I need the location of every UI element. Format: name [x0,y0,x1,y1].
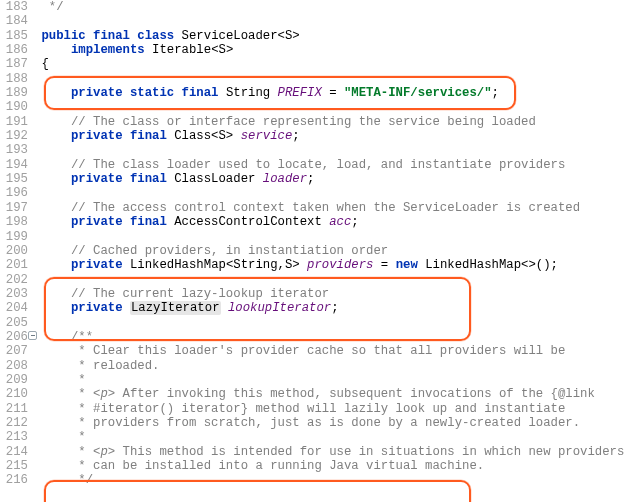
code-content[interactable]: * can be installed into a running Java v… [34,459,484,473]
token: /** [71,330,93,344]
token: PREFIX [278,86,322,100]
line-number: 198 [0,215,34,229]
code-content[interactable]: // The class loader used to locate, load… [34,158,565,172]
code-content[interactable]: * providers from scratch, just as is don… [34,416,580,430]
token: // The class loader used to locate, load… [71,158,565,172]
token: */ [78,473,93,487]
line-number: 212 [0,416,34,430]
code-line[interactable]: 199 [0,230,640,244]
token: String [226,86,278,100]
code-line[interactable]: 208 * reloaded. [0,359,640,373]
token: * #iterator() iterator} method will lazi… [78,402,565,416]
code-line[interactable]: 188 [0,72,640,86]
line-number: 208 [0,359,34,373]
code-content[interactable]: private static final String PREFIX = "ME… [34,86,499,100]
code-content[interactable]: * Clear this loader's provider cache so … [34,344,565,358]
code-content[interactable]: * <p> This method is intended for use in… [34,445,624,459]
code-line[interactable]: 190 [0,100,640,114]
token: private final [71,172,174,186]
line-number: 202 [0,273,34,287]
code-content[interactable]: * <p> After invoking this method, subseq… [34,387,595,401]
code-content[interactable]: // Cached providers, in instantiation or… [34,244,388,258]
token: ; [292,129,299,143]
fold-toggle-icon[interactable] [28,331,37,340]
code-content[interactable]: */ [34,0,64,14]
code-line[interactable]: 185 public final class ServiceLoader<S> [0,29,640,43]
code-line[interactable]: 209 * [0,373,640,387]
token: LazyIterator [130,301,221,315]
code-line[interactable]: 186 implements Iterable<S> [0,43,640,57]
token: ClassLoader [174,172,263,186]
code-line[interactable]: 198 private final AccessControlContext a… [0,215,640,229]
code-line[interactable]: 214 * <p> This method is intended for us… [0,445,640,459]
line-number: 191 [0,115,34,129]
code-line[interactable]: 193 [0,143,640,157]
token: lookupIterator [228,301,331,315]
code-line[interactable]: 216 */ [0,473,640,487]
code-line[interactable]: 213 * [0,430,640,444]
line-number: 213 [0,430,34,444]
code-line[interactable]: 183 */ [0,0,640,14]
line-number: 188 [0,72,34,86]
code-content[interactable]: */ [34,473,93,487]
code-content[interactable]: private final Class<S> service; [34,129,300,143]
code-line[interactable]: 200 // Cached providers, in instantiatio… [0,244,640,258]
token: = [373,258,395,272]
token: AccessControlContext [174,215,329,229]
code-line[interactable]: 206 /** [0,330,640,344]
code-content[interactable]: private final ClassLoader loader; [34,172,314,186]
token: LinkedHashMap<> [425,258,536,272]
code-line[interactable]: 202 [0,273,640,287]
code-line[interactable]: 197 // The access control context taken … [0,201,640,215]
code-content[interactable]: * [34,430,86,444]
code-line[interactable]: 212 * providers from scratch, just as is… [0,416,640,430]
token: */ [49,0,64,14]
line-number: 214 [0,445,34,459]
code-content[interactable]: implements Iterable<S> [34,43,233,57]
line-number: 197 [0,201,34,215]
code-line[interactable]: 196 [0,186,640,200]
code-content[interactable]: public final class ServiceLoader<S> [34,29,300,43]
code-content[interactable]: private LinkedHashMap<String,S> provider… [34,258,558,272]
code-line[interactable]: 192 private final Class<S> service; [0,129,640,143]
code-lines[interactable]: 183 */184185 public final class ServiceL… [0,0,640,488]
code-line[interactable]: 195 private final ClassLoader loader; [0,172,640,186]
line-number: 209 [0,373,34,387]
code-line[interactable]: 187 { [0,57,640,71]
code-content[interactable]: * reloaded. [34,359,159,373]
token [221,301,228,315]
code-content[interactable]: private LazyIterator lookupIterator; [34,301,339,315]
code-editor[interactable]: { "lines": { "183": {"indent":" ","c":[{… [0,0,640,502]
code-content[interactable]: /** [34,330,93,344]
code-content[interactable]: // The class or interface representing t… [34,115,536,129]
token: (); [536,258,558,272]
code-line[interactable]: 194 // The class loader used to locate, … [0,158,640,172]
token: // The access control context taken when… [71,201,580,215]
code-content[interactable]: private final AccessControlContext acc; [34,215,359,229]
code-content[interactable]: * #iterator() iterator} method will lazi… [34,402,565,416]
code-line[interactable]: 210 * <p> After invoking this method, su… [0,387,640,401]
code-line[interactable]: 191 // The class or interface representi… [0,115,640,129]
token: LinkedHashMap<String,S> [130,258,307,272]
token: // Cached providers, in instantiation or… [71,244,388,258]
code-line[interactable]: 184 [0,14,640,28]
code-line[interactable]: 215 * can be installed into a running Ja… [0,459,640,473]
code-content[interactable]: { [34,57,49,71]
code-line[interactable]: 205 [0,316,640,330]
token: private [71,258,130,272]
code-content[interactable]: // The current lazy-lookup iterator [34,287,329,301]
token: // The current lazy-lookup iterator [71,287,329,301]
code-line[interactable]: 201 private LinkedHashMap<String,S> prov… [0,258,640,272]
code-line[interactable]: 203 // The current lazy-lookup iterator [0,287,640,301]
code-line[interactable]: 204 private LazyIterator lookupIterator; [0,301,640,315]
code-line[interactable]: 189 private static final String PREFIX =… [0,86,640,100]
code-content[interactable]: * [34,373,86,387]
line-number: 211 [0,402,34,416]
code-line[interactable]: 207 * Clear this loader's provider cache… [0,344,640,358]
token: * [78,387,93,401]
code-content[interactable]: // The access control context taken when… [34,201,580,215]
token: // The class or interface representing t… [71,115,536,129]
token: = [322,86,344,100]
token: After invoking this method, subsequent i… [115,387,595,401]
code-line[interactable]: 211 * #iterator() iterator} method will … [0,402,640,416]
